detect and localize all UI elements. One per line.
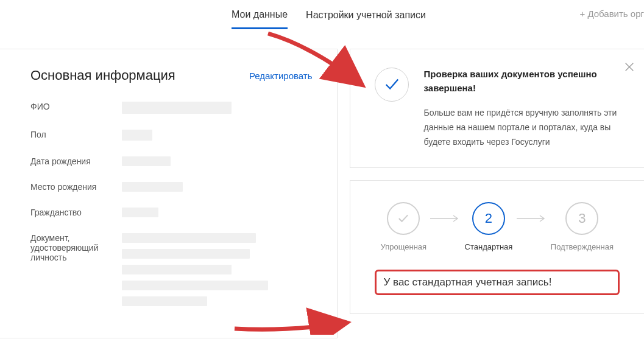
step-check-icon xyxy=(387,202,420,235)
redacted-value xyxy=(122,156,171,166)
step-standard: 2 Стандартная xyxy=(465,202,513,251)
step-confirmed: 3 Подтвержденная xyxy=(551,202,614,251)
field-row-fio: ФИО xyxy=(30,102,313,116)
field-label: Документ, удостоверяющий личность xyxy=(30,233,122,262)
redacted-value xyxy=(122,130,152,141)
notification-description: Больше вам не придётся вручную заполнять… xyxy=(424,106,620,149)
add-organization-link[interactable]: + Добавить орг xyxy=(579,9,644,19)
field-row-id-doc: Документ, удостоверяющий личность xyxy=(30,233,313,306)
field-row-birthplace: Место рождения xyxy=(30,182,313,194)
redacted-value xyxy=(122,182,183,192)
field-row-gender: Пол xyxy=(30,130,313,143)
step-simplified: Упрощенная xyxy=(381,202,427,251)
notification-card: Проверка ваших документов успешно заверш… xyxy=(350,49,644,168)
redacted-value xyxy=(122,208,158,217)
main-info-panel: Основная информация Редактировать ФИО По… xyxy=(0,49,338,338)
field-label: Место рождения xyxy=(30,182,122,192)
notification-title: Проверка ваших документов успешно заверш… xyxy=(424,68,620,95)
redacted-value xyxy=(122,233,256,243)
step-label: Стандартная xyxy=(465,242,513,251)
tab-account-settings[interactable]: Настройки учетной записи xyxy=(306,2,426,28)
step-label: Упрощенная xyxy=(381,242,427,251)
field-label: Гражданство xyxy=(30,208,122,217)
account-status-highlight: У вас стандартная учетная запись! xyxy=(375,270,620,295)
field-label: Дата рождения xyxy=(30,156,122,166)
field-row-citizenship: Гражданство xyxy=(30,208,313,220)
step-number: 2 xyxy=(472,202,505,235)
tab-my-data[interactable]: Мои данные xyxy=(232,2,288,29)
redacted-value xyxy=(122,296,207,306)
step-number: 3 xyxy=(565,202,598,235)
steps-indicator: Упрощенная 2 Стандартная 3 Подтвержденна… xyxy=(375,199,620,251)
redacted-value xyxy=(122,249,250,259)
edit-link[interactable]: Редактировать xyxy=(249,71,313,81)
redacted-value xyxy=(122,102,232,114)
field-label: Пол xyxy=(30,130,122,139)
arrow-icon xyxy=(430,214,461,225)
redacted-value xyxy=(122,265,232,274)
tabs-bar: Мои данные Настройки учетной записи + До… xyxy=(0,0,644,30)
arrow-icon xyxy=(517,214,547,225)
close-icon[interactable] xyxy=(624,61,635,75)
main-info-title: Основная информация xyxy=(30,68,175,83)
redacted-value xyxy=(122,281,268,290)
check-icon xyxy=(375,68,409,102)
account-level-card: Упрощенная 2 Стандартная 3 Подтвержденна… xyxy=(350,180,644,314)
step-label: Подтвержденная xyxy=(551,242,614,251)
field-label: ФИО xyxy=(30,102,122,111)
field-row-dob: Дата рождения xyxy=(30,156,313,169)
